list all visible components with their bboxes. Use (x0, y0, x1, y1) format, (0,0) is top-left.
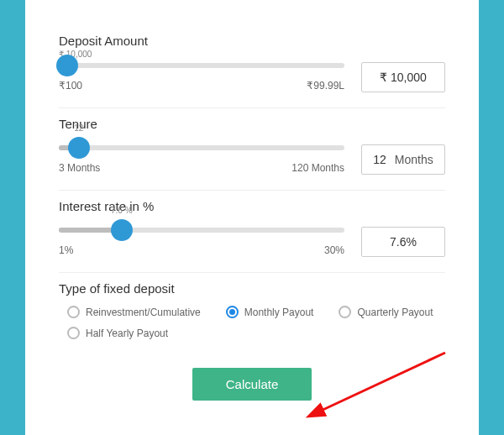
rate-value-input[interactable]: 7.6% (361, 227, 445, 257)
deposit-value-input[interactable]: ₹ 10,000 (361, 62, 445, 92)
deposit-slider-thumb[interactable] (56, 55, 78, 76)
radio-label: Monthly Payout (244, 307, 314, 318)
tenure-slider-thumb[interactable]: 12 (68, 137, 90, 159)
radio-half-yearly-payout[interactable]: Half Yearly Payout (67, 327, 168, 339)
radio-label: Reinvestment/Cumulative (86, 307, 201, 318)
radio-icon (226, 306, 239, 318)
tenure-value-text: 12 (373, 153, 386, 166)
deposit-min: ₹100 (59, 80, 82, 92)
radio-label: Quarterly Payout (357, 307, 433, 318)
rate-max: 30% (324, 244, 344, 256)
deposit-tooltip: ₹ 10,000 (59, 50, 445, 59)
tenure-value-input[interactable]: 12 Months (361, 144, 445, 175)
tenure-unit-text: Months (395, 153, 433, 166)
radio-icon (67, 306, 80, 318)
deposit-section: Deposit Amount ₹ 10,000 ₹100 ₹99.99L ₹ 1… (59, 25, 445, 108)
rate-value-text: 7.6% (390, 235, 417, 249)
type-section: Type of fixed deposit Reinvestment/Cumul… (59, 273, 445, 354)
tenure-label: Tenure (59, 117, 445, 131)
radio-icon (67, 327, 80, 339)
tenure-slider[interactable]: 12 3 Months 120 Months (59, 145, 344, 174)
radio-label: Half Yearly Payout (86, 328, 168, 339)
calculate-button[interactable]: Calculate (192, 368, 312, 401)
tenure-max: 120 Months (291, 162, 344, 174)
rate-min: 1% (59, 244, 73, 256)
radio-reinvestment-cumulative[interactable]: Reinvestment/Cumulative (67, 306, 201, 318)
deposit-label: Deposit Amount (59, 34, 445, 48)
tenure-section: Tenure 12 3 Months 120 Months 12 Months (59, 108, 445, 191)
rate-thumb-value: 7.6 % (111, 206, 133, 215)
rate-slider[interactable]: 7.6 % 1% 30% (59, 228, 344, 256)
radio-icon (339, 306, 351, 318)
deposit-value-text: ₹ 10,000 (380, 71, 427, 84)
type-label: Type of fixed deposit (59, 281, 445, 296)
deposit-slider[interactable]: ₹100 ₹99.99L (59, 63, 344, 92)
rate-slider-thumb[interactable]: 7.6 % (111, 219, 133, 241)
fd-calculator-card: Deposit Amount ₹ 10,000 ₹100 ₹99.99L ₹ 1… (25, 0, 479, 435)
deposit-max: ₹99.99L (307, 80, 344, 92)
rate-section: Interest rate in % 7.6 % 1% 30% 7.6% (59, 191, 445, 273)
radio-monthly-payout[interactable]: Monthly Payout (226, 306, 314, 318)
tenure-thumb-value: 12 (74, 123, 83, 133)
tenure-min: 3 Months (59, 162, 100, 174)
radio-quarterly-payout[interactable]: Quarterly Payout (339, 306, 433, 318)
